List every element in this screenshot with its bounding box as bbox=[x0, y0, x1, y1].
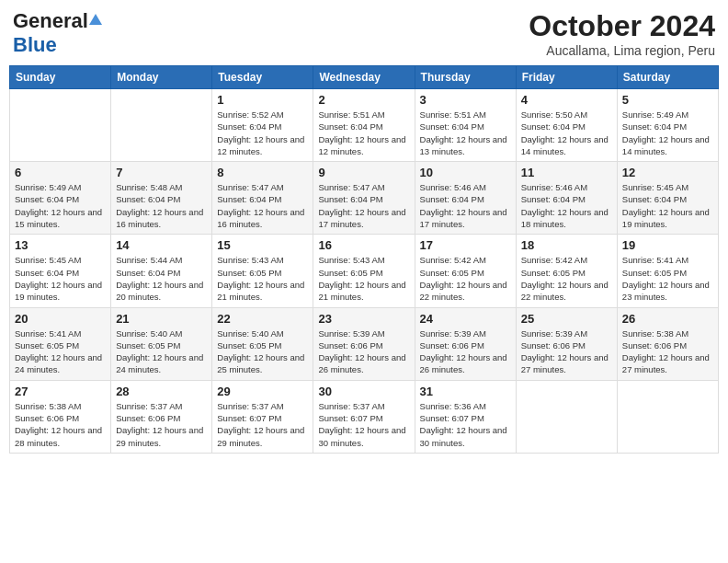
day-info: Sunrise: 5:40 AM Sunset: 6:05 PM Dayligh… bbox=[116, 327, 207, 376]
day-header-saturday: Saturday bbox=[617, 66, 718, 89]
day-number: 10 bbox=[420, 166, 511, 179]
day-number: 8 bbox=[217, 166, 308, 179]
calendar-cell: 28Sunrise: 5:37 AM Sunset: 6:06 PM Dayli… bbox=[111, 380, 212, 453]
calendar-cell: 14Sunrise: 5:44 AM Sunset: 6:04 PM Dayli… bbox=[111, 235, 212, 307]
day-number: 23 bbox=[318, 312, 409, 326]
logo-blue: Blue bbox=[13, 33, 57, 57]
logo-text: General bbox=[13, 9, 103, 33]
day-info: Sunrise: 5:46 AM Sunset: 6:04 PM Dayligh… bbox=[420, 181, 511, 230]
day-info: Sunrise: 5:39 AM Sunset: 6:06 PM Dayligh… bbox=[318, 327, 409, 376]
day-info: Sunrise: 5:39 AM Sunset: 6:06 PM Dayligh… bbox=[420, 327, 511, 376]
calendar-cell: 20Sunrise: 5:41 AM Sunset: 6:05 PM Dayli… bbox=[10, 307, 111, 380]
day-number: 25 bbox=[521, 312, 612, 326]
day-info: Sunrise: 5:42 AM Sunset: 6:05 PM Dayligh… bbox=[521, 254, 612, 303]
calendar-cell bbox=[516, 380, 617, 453]
day-number: 2 bbox=[318, 93, 409, 107]
logo-blue-line: Blue bbox=[13, 33, 57, 57]
day-info: Sunrise: 5:49 AM Sunset: 6:04 PM Dayligh… bbox=[622, 109, 713, 157]
day-info: Sunrise: 5:52 AM Sunset: 6:04 PM Dayligh… bbox=[217, 109, 308, 157]
calendar-cell: 29Sunrise: 5:37 AM Sunset: 6:07 PM Dayli… bbox=[212, 380, 313, 453]
week-row-3: 13Sunrise: 5:45 AM Sunset: 6:04 PM Dayli… bbox=[10, 235, 719, 307]
day-info: Sunrise: 5:49 AM Sunset: 6:04 PM Dayligh… bbox=[15, 181, 106, 230]
calendar-cell: 17Sunrise: 5:42 AM Sunset: 6:05 PM Dayli… bbox=[415, 235, 516, 307]
logo: General Blue bbox=[13, 9, 103, 57]
day-info: Sunrise: 5:45 AM Sunset: 6:04 PM Dayligh… bbox=[15, 254, 106, 303]
calendar-cell: 7Sunrise: 5:48 AM Sunset: 6:04 PM Daylig… bbox=[111, 162, 212, 235]
day-info: Sunrise: 5:36 AM Sunset: 6:07 PM Dayligh… bbox=[420, 400, 511, 449]
calendar-cell: 15Sunrise: 5:43 AM Sunset: 6:05 PM Dayli… bbox=[212, 235, 313, 307]
day-number: 14 bbox=[116, 238, 207, 252]
day-number: 1 bbox=[217, 93, 308, 107]
day-info: Sunrise: 5:43 AM Sunset: 6:05 PM Dayligh… bbox=[318, 254, 409, 303]
day-info: Sunrise: 5:44 AM Sunset: 6:04 PM Dayligh… bbox=[116, 254, 207, 303]
day-number: 11 bbox=[521, 166, 612, 179]
day-info: Sunrise: 5:41 AM Sunset: 6:05 PM Dayligh… bbox=[15, 327, 106, 376]
day-number: 28 bbox=[116, 385, 207, 398]
calendar-cell: 4Sunrise: 5:50 AM Sunset: 6:04 PM Daylig… bbox=[516, 89, 617, 162]
day-info: Sunrise: 5:45 AM Sunset: 6:04 PM Dayligh… bbox=[622, 181, 713, 230]
day-header-monday: Monday bbox=[111, 66, 212, 89]
calendar-cell: 24Sunrise: 5:39 AM Sunset: 6:06 PM Dayli… bbox=[415, 307, 516, 380]
day-number: 16 bbox=[318, 238, 409, 252]
calendar-cell: 26Sunrise: 5:38 AM Sunset: 6:06 PM Dayli… bbox=[617, 307, 718, 380]
day-number: 6 bbox=[15, 166, 106, 179]
day-info: Sunrise: 5:48 AM Sunset: 6:04 PM Dayligh… bbox=[116, 181, 207, 230]
day-info: Sunrise: 5:37 AM Sunset: 6:07 PM Dayligh… bbox=[318, 400, 409, 449]
title-section: October 2024 Aucallama, Lima region, Per… bbox=[529, 9, 715, 58]
location-subtitle: Aucallama, Lima region, Peru bbox=[529, 43, 715, 58]
day-number: 4 bbox=[521, 93, 612, 107]
calendar-cell: 18Sunrise: 5:42 AM Sunset: 6:05 PM Dayli… bbox=[516, 235, 617, 307]
page-header: General Blue October 2024 Aucallama, Lim… bbox=[9, 9, 719, 58]
day-header-thursday: Thursday bbox=[415, 66, 516, 89]
day-info: Sunrise: 5:50 AM Sunset: 6:04 PM Dayligh… bbox=[521, 109, 612, 157]
day-number: 26 bbox=[622, 312, 713, 326]
calendar-cell: 10Sunrise: 5:46 AM Sunset: 6:04 PM Dayli… bbox=[415, 162, 516, 235]
day-number: 5 bbox=[622, 93, 713, 107]
day-info: Sunrise: 5:47 AM Sunset: 6:04 PM Dayligh… bbox=[318, 181, 409, 230]
day-info: Sunrise: 5:40 AM Sunset: 6:05 PM Dayligh… bbox=[217, 327, 308, 376]
day-number: 27 bbox=[15, 385, 106, 398]
calendar-cell: 2Sunrise: 5:51 AM Sunset: 6:04 PM Daylig… bbox=[313, 89, 415, 162]
calendar-cell: 22Sunrise: 5:40 AM Sunset: 6:05 PM Dayli… bbox=[212, 307, 313, 380]
calendar-cell: 16Sunrise: 5:43 AM Sunset: 6:05 PM Dayli… bbox=[313, 235, 415, 307]
day-number: 12 bbox=[622, 166, 713, 179]
calendar-cell bbox=[10, 89, 111, 162]
day-info: Sunrise: 5:51 AM Sunset: 6:04 PM Dayligh… bbox=[420, 109, 511, 157]
day-info: Sunrise: 5:38 AM Sunset: 6:06 PM Dayligh… bbox=[15, 400, 106, 449]
day-number: 17 bbox=[420, 238, 511, 252]
day-number: 7 bbox=[116, 166, 207, 179]
day-number: 3 bbox=[420, 93, 511, 107]
calendar-cell: 19Sunrise: 5:41 AM Sunset: 6:05 PM Dayli… bbox=[617, 235, 718, 307]
day-number: 21 bbox=[116, 312, 207, 326]
day-number: 24 bbox=[420, 312, 511, 326]
week-row-4: 20Sunrise: 5:41 AM Sunset: 6:05 PM Dayli… bbox=[10, 307, 719, 380]
calendar-header: SundayMondayTuesdayWednesdayThursdayFrid… bbox=[10, 66, 719, 89]
day-number: 20 bbox=[15, 312, 106, 326]
day-info: Sunrise: 5:42 AM Sunset: 6:05 PM Dayligh… bbox=[420, 254, 511, 303]
day-info: Sunrise: 5:37 AM Sunset: 6:06 PM Dayligh… bbox=[116, 400, 207, 449]
day-header-sunday: Sunday bbox=[10, 66, 111, 89]
day-number: 15 bbox=[217, 238, 308, 252]
day-number: 9 bbox=[318, 166, 409, 179]
day-info: Sunrise: 5:38 AM Sunset: 6:06 PM Dayligh… bbox=[622, 327, 713, 376]
calendar-body: 1Sunrise: 5:52 AM Sunset: 6:04 PM Daylig… bbox=[10, 89, 719, 454]
calendar-cell: 12Sunrise: 5:45 AM Sunset: 6:04 PM Dayli… bbox=[617, 162, 718, 235]
week-row-5: 27Sunrise: 5:38 AM Sunset: 6:06 PM Dayli… bbox=[10, 380, 719, 453]
calendar-cell: 30Sunrise: 5:37 AM Sunset: 6:07 PM Dayli… bbox=[313, 380, 415, 453]
week-row-1: 1Sunrise: 5:52 AM Sunset: 6:04 PM Daylig… bbox=[10, 89, 719, 162]
day-info: Sunrise: 5:37 AM Sunset: 6:07 PM Dayligh… bbox=[217, 400, 308, 449]
calendar-cell: 8Sunrise: 5:47 AM Sunset: 6:04 PM Daylig… bbox=[212, 162, 313, 235]
calendar-cell: 5Sunrise: 5:49 AM Sunset: 6:04 PM Daylig… bbox=[617, 89, 718, 162]
day-info: Sunrise: 5:41 AM Sunset: 6:05 PM Dayligh… bbox=[622, 254, 713, 303]
day-info: Sunrise: 5:39 AM Sunset: 6:06 PM Dayligh… bbox=[521, 327, 612, 376]
calendar-cell: 6Sunrise: 5:49 AM Sunset: 6:04 PM Daylig… bbox=[10, 162, 111, 235]
month-year-title: October 2024 bbox=[529, 9, 715, 43]
day-number: 19 bbox=[622, 238, 713, 252]
calendar-cell: 9Sunrise: 5:47 AM Sunset: 6:04 PM Daylig… bbox=[313, 162, 415, 235]
day-info: Sunrise: 5:46 AM Sunset: 6:04 PM Dayligh… bbox=[521, 181, 612, 230]
day-number: 18 bbox=[521, 238, 612, 252]
calendar-cell: 21Sunrise: 5:40 AM Sunset: 6:05 PM Dayli… bbox=[111, 307, 212, 380]
calendar-cell: 1Sunrise: 5:52 AM Sunset: 6:04 PM Daylig… bbox=[212, 89, 313, 162]
calendar-table: SundayMondayTuesdayWednesdayThursdayFrid… bbox=[9, 65, 719, 454]
calendar-cell: 13Sunrise: 5:45 AM Sunset: 6:04 PM Dayli… bbox=[10, 235, 111, 307]
